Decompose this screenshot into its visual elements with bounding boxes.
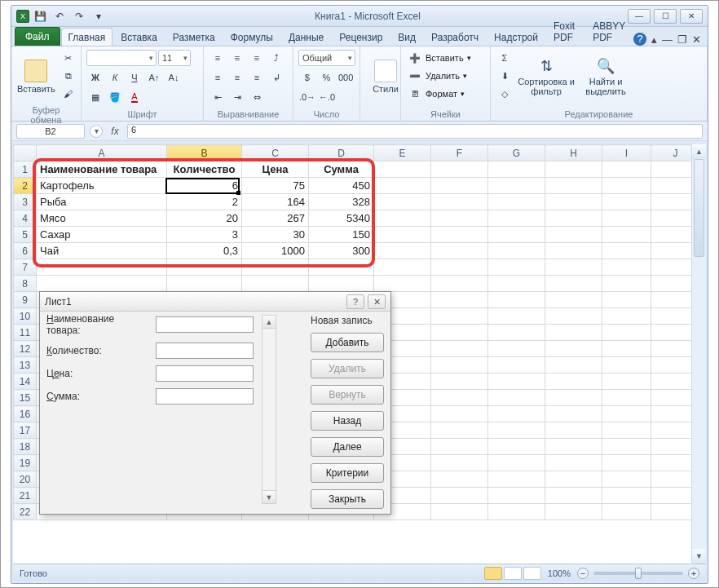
tab-data[interactable]: Данные <box>281 28 331 46</box>
cell[interactable]: 1000 <box>242 243 309 259</box>
cell[interactable] <box>488 357 545 374</box>
row-header-15[interactable]: 15 <box>14 390 37 406</box>
col-header-A[interactable]: A <box>37 145 167 161</box>
cell[interactable] <box>545 471 602 488</box>
cell[interactable] <box>309 259 374 276</box>
bold-button[interactable]: Ж <box>86 69 104 86</box>
cell[interactable] <box>431 455 488 471</box>
row-header-22[interactable]: 22 <box>14 504 37 520</box>
number-format-select[interactable]: Общий <box>298 50 355 66</box>
field-qty-input[interactable] <box>156 343 254 359</box>
cell[interactable] <box>602 406 651 422</box>
col-header-I[interactable]: I <box>602 145 651 161</box>
cell[interactable]: 5340 <box>309 210 374 227</box>
cell[interactable] <box>545 406 602 422</box>
styles-button[interactable]: Стили <box>365 50 406 104</box>
cell[interactable] <box>488 422 545 439</box>
cell[interactable]: Рыба <box>37 194 167 210</box>
cell[interactable] <box>602 178 651 194</box>
save-button[interactable]: 💾 <box>31 8 49 24</box>
cell[interactable] <box>431 488 488 504</box>
scroll-down-icon[interactable]: ▼ <box>692 549 706 564</box>
dialog-help-button[interactable]: ? <box>346 294 364 309</box>
col-header-G[interactable]: G <box>488 145 545 161</box>
cell[interactable] <box>602 390 651 406</box>
name-box[interactable]: B2 <box>16 124 85 139</box>
cell[interactable] <box>488 439 545 455</box>
cell[interactable] <box>545 325 602 341</box>
cell[interactable]: Сахар <box>37 227 167 243</box>
cell[interactable] <box>602 357 651 374</box>
namebox-dropdown[interactable]: ▾ <box>90 125 103 138</box>
align-center-button[interactable]: ≡ <box>228 69 246 86</box>
row-header-16[interactable]: 16 <box>14 406 37 422</box>
cell[interactable] <box>545 341 602 357</box>
autosum-button[interactable]: Σ <box>496 50 514 66</box>
zoom-slider[interactable] <box>593 572 683 575</box>
field-price-input[interactable] <box>156 365 254 382</box>
underline-button[interactable]: Ч <box>126 69 143 86</box>
row-header-5[interactable]: 5 <box>14 227 37 243</box>
decrease-decimal-button[interactable]: ←.0 <box>318 89 336 105</box>
cell[interactable] <box>545 276 602 292</box>
row-header-13[interactable]: 13 <box>14 357 37 374</box>
paste-button[interactable]: Вставить <box>16 50 56 104</box>
col-header-H[interactable]: H <box>545 145 602 161</box>
cell[interactable] <box>545 357 602 374</box>
scroll-thumb[interactable] <box>694 159 704 257</box>
tab-insert[interactable]: Вставка <box>113 28 165 46</box>
row-header-7[interactable]: 7 <box>14 259 37 276</box>
cell[interactable] <box>545 374 602 390</box>
wrap-text-button[interactable]: ↲ <box>267 69 285 86</box>
col-header-D[interactable]: D <box>309 145 374 161</box>
tab-layout[interactable]: Разметка <box>165 28 223 46</box>
align-bottom-button[interactable]: ≡ <box>248 50 266 66</box>
view-normal-button[interactable] <box>484 567 502 580</box>
cell[interactable] <box>374 161 431 178</box>
tab-home[interactable]: Главная <box>61 28 113 46</box>
cell[interactable] <box>431 439 488 455</box>
cell[interactable] <box>602 439 651 455</box>
tab-developer[interactable]: Разработч <box>424 28 486 46</box>
font-size-select[interactable]: 11 <box>158 50 191 66</box>
cell[interactable] <box>545 455 602 471</box>
row-header-6[interactable]: 6 <box>14 243 37 259</box>
cell[interactable]: 300 <box>309 243 374 259</box>
align-right-button[interactable]: ≡ <box>248 69 266 86</box>
cell[interactable] <box>602 341 651 357</box>
tab-view[interactable]: Вид <box>390 28 423 46</box>
align-middle-button[interactable]: ≡ <box>228 50 246 66</box>
cell[interactable] <box>431 374 488 390</box>
cell[interactable] <box>37 259 167 276</box>
cell[interactable] <box>602 243 651 259</box>
cell[interactable] <box>242 259 309 276</box>
increase-indent-button[interactable]: ⇥ <box>228 89 246 105</box>
cell[interactable] <box>545 161 602 178</box>
italic-button[interactable]: К <box>106 69 124 86</box>
cell[interactable] <box>488 276 545 292</box>
align-left-button[interactable]: ≡ <box>209 69 227 86</box>
close-button[interactable]: ✕ <box>680 9 703 24</box>
row-header-21[interactable]: 21 <box>14 488 37 504</box>
cell[interactable] <box>431 504 488 520</box>
form-add-button[interactable]: Добавить <box>311 333 384 352</box>
cell[interactable] <box>374 276 431 292</box>
doc-close-icon[interactable]: ✕ <box>692 33 701 46</box>
row-header-11[interactable]: 11 <box>14 325 37 341</box>
cell[interactable]: 75 <box>242 178 309 194</box>
cell[interactable]: Цена <box>242 161 309 178</box>
help-icon[interactable]: ? <box>633 33 646 46</box>
row-header-12[interactable]: 12 <box>14 341 37 357</box>
cell[interactable] <box>374 194 431 210</box>
dialog-close-button[interactable]: ✕ <box>368 294 386 309</box>
cell[interactable] <box>167 259 242 276</box>
cell[interactable]: Наименование товара <box>37 161 167 178</box>
scroll-down-icon[interactable]: ▼ <box>262 490 276 503</box>
cell[interactable]: Картофель <box>37 178 167 194</box>
doc-restore-icon[interactable]: ❐ <box>677 33 687 46</box>
view-pagebreak-button[interactable] <box>523 567 541 580</box>
decrease-indent-button[interactable]: ⇤ <box>209 89 227 105</box>
row-header-10[interactable]: 10 <box>14 308 37 325</box>
cell[interactable] <box>545 390 602 406</box>
cell[interactable] <box>431 341 488 357</box>
